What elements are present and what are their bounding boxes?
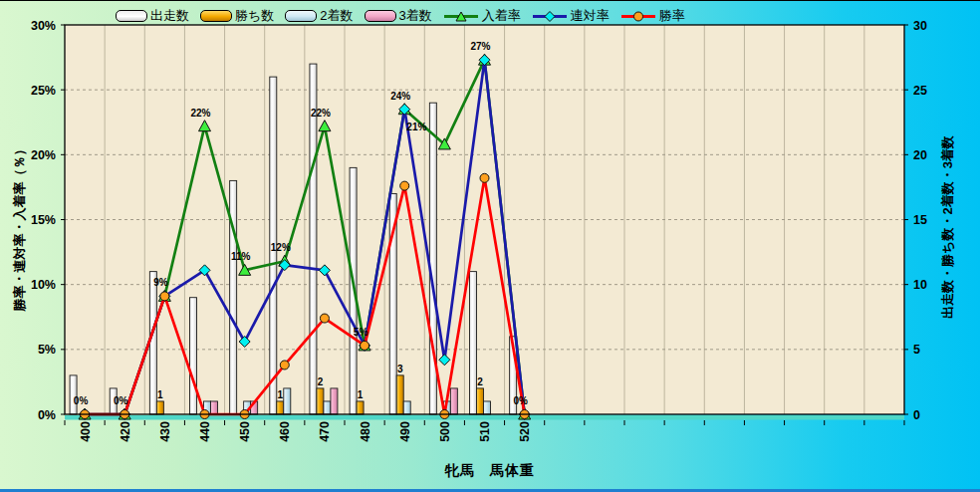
bar-starts-430 [149,272,156,414]
x-tick-500: 500 [438,421,452,442]
bar-thirds-440 [211,401,218,414]
bar-wins-430 [156,401,163,414]
win-count-label-460: 1 [278,389,284,400]
x-tick-420: 420 [119,421,132,442]
win-count-label-480: 1 [358,389,364,400]
right-tick-5: 5 [913,343,920,357]
bar-wins-480 [357,401,364,414]
right-tick-25: 25 [913,84,927,98]
x-tick-450: 450 [238,421,252,442]
marker-win-490 [400,181,409,190]
right-tick-20: 20 [913,148,927,162]
place-rate-label-510: 27% [470,41,490,52]
place-rate-label-490: 24% [390,91,410,102]
right-tick-30: 30 [913,19,927,33]
left-tick-15%: 15% [31,213,56,227]
x-tick-430: 430 [158,421,172,442]
marker-win-510 [480,173,489,182]
left-tick-0%: 0% [38,408,56,422]
marker-win-470 [320,314,329,323]
x-tick-440: 440 [198,421,212,442]
bar-thirds-500 [450,388,457,414]
marker-win-480 [361,341,369,350]
bar-seconds-460 [284,388,291,414]
bar-wins-470 [317,388,324,414]
x-tick-520: 520 [518,421,532,442]
bar-seconds-490 [403,401,410,414]
marker-win-430 [160,292,169,301]
win-count-label-510: 2 [477,376,483,387]
place-rate-label-400: 0% [74,395,89,406]
right-tick-10: 10 [913,278,927,292]
bar-seconds-470 [324,401,331,414]
x-axis-floor [65,415,904,420]
win-count-label-470: 2 [318,376,324,387]
place-rate-label-450: 11% [231,251,251,262]
bar-wins-490 [396,375,403,414]
place-rate-label-500: 21% [406,122,426,132]
left-tick-10%: 10% [31,278,56,292]
place-rate-label-420: 0% [114,395,128,406]
win-count-label-490: 3 [397,364,403,374]
place-rate-label-440: 22% [190,108,210,119]
left-tick-30%: 30% [31,19,56,33]
bar-starts-440 [190,298,197,414]
place-rate-label-480: 5% [354,327,368,338]
left-tick-25%: 25% [31,84,56,98]
chart-frame: 出走数勝ち数2着数3着数 入着率 連対率 勝率 勝率・連対率・入着率（％） 出走… [0,0,980,492]
x-tick-490: 490 [398,421,412,442]
place-rate-label-460: 12% [271,242,291,253]
right-tick-15: 15 [913,213,927,227]
x-tick-510: 510 [478,421,492,442]
place-rate-label-430: 9% [153,277,168,288]
right-tick-0: 0 [913,408,920,422]
x-tick-460: 460 [278,421,292,442]
bar-starts-510 [470,272,477,414]
left-tick-5%: 5% [38,343,56,357]
place-rate-label-470: 22% [311,108,331,119]
win-count-label-430: 1 [157,389,163,400]
combo-chart: 0%05%510%1015%1520%2025%2530%30400420430… [0,1,980,492]
left-tick-20%: 20% [31,148,56,162]
x-tick-470: 470 [318,421,332,442]
place-rate-label-520: 0% [513,395,528,406]
marker-win-460 [280,361,289,369]
bar-wins-510 [477,388,484,414]
bar-thirds-470 [331,388,338,414]
x-tick-400: 400 [79,421,93,442]
bar-wins-460 [277,401,284,414]
bar-seconds-510 [484,401,491,414]
x-tick-480: 480 [359,421,372,442]
